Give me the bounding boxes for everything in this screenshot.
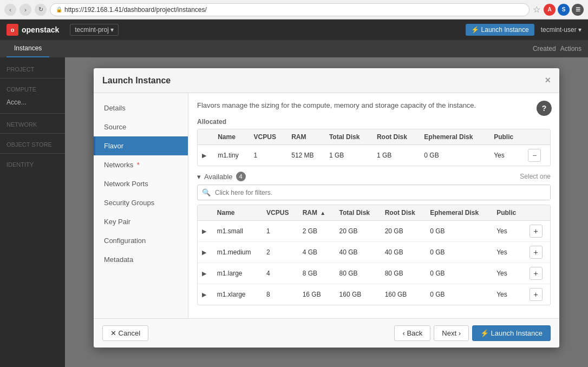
help-icon[interactable]: ? bbox=[537, 101, 552, 116]
launch-instance-button[interactable]: ⚡ Launch Instance bbox=[472, 325, 551, 341]
sidebar-divider-2 bbox=[0, 113, 65, 114]
allocated-row-vcpus: 1 bbox=[250, 145, 288, 166]
allocated-row-public: Yes bbox=[489, 145, 524, 166]
os-subnav: Instances Created Actions bbox=[0, 40, 588, 57]
flavor-description: Flavors manage the sizing for the comput… bbox=[197, 101, 551, 110]
avail-vcpus-m1xlarge: 8 bbox=[262, 284, 298, 305]
col-header-total-disk: Total Disk bbox=[325, 129, 373, 145]
allocated-row-ephemeral: 0 GB bbox=[420, 145, 489, 166]
col-header-action bbox=[524, 129, 550, 145]
wizard-nav: Details Source Flavor Networks * Network… bbox=[94, 93, 188, 318]
avail-total-m1medium: 40 GB bbox=[335, 242, 381, 263]
avail-col-action bbox=[525, 205, 550, 221]
footer-right: ‹ Back Next › ⚡ Launch Instance bbox=[394, 325, 551, 341]
avail-vcpus-m1medium: 2 bbox=[262, 242, 298, 263]
avail-total-m1xlarge: 160 GB bbox=[335, 284, 381, 305]
skype-icon[interactable]: S bbox=[558, 4, 570, 16]
wizard-step-security-groups[interactable]: Security Groups bbox=[94, 193, 188, 212]
modal-body: Details Source Flavor Networks * Network… bbox=[94, 93, 559, 318]
allocated-row-ram: 512 MB bbox=[287, 145, 325, 166]
project-selector[interactable]: tecmint-proj ▾ bbox=[70, 24, 119, 36]
filter-container: 🔍 bbox=[197, 185, 551, 200]
modal-title: Launch Instance bbox=[102, 76, 171, 86]
expand-row-m1tiny[interactable]: ▶ bbox=[202, 152, 206, 159]
main-layout: Project Compute Acce... Network Object S… bbox=[0, 57, 588, 367]
os-logo-icon: o bbox=[6, 24, 18, 36]
user-menu[interactable]: tecmint-user ▾ bbox=[541, 26, 582, 34]
avail-ram-m1medium: 4 GB bbox=[298, 242, 335, 263]
nav-launch-instance-button[interactable]: ⚡ Launch Instance bbox=[466, 24, 534, 36]
avail-public-m1large: Yes bbox=[492, 263, 525, 284]
subnav-tab-instances[interactable]: Instances bbox=[6, 40, 49, 57]
avail-col-ram[interactable]: RAM ▲ bbox=[298, 205, 335, 221]
table-row: ▶ m1.xlarge 8 16 GB 160 GB 160 GB 0 GB Y… bbox=[198, 284, 550, 305]
select-one-label: Select one bbox=[520, 173, 551, 180]
ram-sort-icon: ▲ bbox=[320, 210, 325, 216]
content-area: Launch Instance × Details Source Flavor … bbox=[65, 57, 588, 367]
back-btn[interactable]: ‹ bbox=[4, 4, 16, 16]
expand-m1xlarge[interactable]: ▶ bbox=[202, 291, 206, 298]
expand-m1medium[interactable]: ▶ bbox=[202, 249, 206, 256]
wizard-step-network-ports[interactable]: Network Ports bbox=[94, 174, 188, 193]
next-button[interactable]: Next › bbox=[434, 325, 469, 341]
sidebar-item-acce[interactable]: Acce... bbox=[0, 95, 65, 110]
wizard-step-key-pair[interactable]: Key Pair bbox=[94, 212, 188, 231]
wizard-step-flavor[interactable]: Flavor bbox=[94, 136, 188, 155]
sidebar: Project Compute Acce... Network Object S… bbox=[0, 57, 65, 367]
wizard-step-details[interactable]: Details bbox=[94, 99, 188, 117]
add-m1small-button[interactable]: + bbox=[530, 225, 543, 238]
back-button[interactable]: ‹ Back bbox=[394, 325, 430, 341]
subnav-actions: Created Actions bbox=[533, 45, 582, 53]
bookmark-icon[interactable]: ☆ bbox=[533, 4, 540, 15]
avail-name-m1xlarge: m1.xlarge bbox=[213, 284, 262, 305]
wizard-step-source[interactable]: Source bbox=[94, 117, 188, 136]
add-m1large-button[interactable]: + bbox=[530, 267, 543, 280]
browser-extensions: A S ☰ bbox=[544, 4, 584, 16]
sidebar-section-identity: Identity bbox=[0, 157, 65, 170]
available-table-header: Name VCPUS RAM ▲ Total Disk Root Disk Ep… bbox=[198, 205, 550, 221]
os-logo: o openstack bbox=[6, 24, 59, 36]
available-text: Available bbox=[204, 173, 233, 181]
avail-col-expand bbox=[198, 205, 213, 221]
avail-ram-m1small: 2 GB bbox=[298, 221, 335, 242]
browser-bar: ‹ › ↻ 🔒 https://192.168.1.41/dashboard/p… bbox=[0, 0, 588, 19]
allocated-table-header: Name VCPUS RAM Total Disk Root Disk Ephe… bbox=[198, 129, 550, 145]
wizard-step-configuration[interactable]: Configuration bbox=[94, 231, 188, 250]
col-header-ram: RAM bbox=[287, 129, 325, 145]
forward-btn[interactable]: › bbox=[19, 4, 31, 16]
avail-col-public: Public bbox=[492, 205, 525, 221]
avail-ephemeral-m1xlarge: 0 GB bbox=[426, 284, 492, 305]
modal-close-button[interactable]: × bbox=[545, 75, 551, 86]
avail-public-m1medium: Yes bbox=[492, 242, 525, 263]
avail-col-root-disk: Root Disk bbox=[381, 205, 426, 221]
adblock-icon[interactable]: A bbox=[544, 4, 556, 16]
sidebar-section-project: Project bbox=[0, 62, 65, 75]
modal-backdrop: Launch Instance × Details Source Flavor … bbox=[65, 57, 588, 367]
user-menu-label: tecmint-user ▾ bbox=[541, 26, 582, 34]
expand-m1small[interactable]: ▶ bbox=[202, 228, 206, 235]
add-m1xlarge-button[interactable]: + bbox=[530, 288, 543, 301]
avail-name-m1small: m1.small bbox=[213, 221, 262, 242]
menu-icon[interactable]: ☰ bbox=[572, 4, 584, 16]
wizard-step-metadata[interactable]: Metadata bbox=[94, 250, 188, 269]
avail-total-m1small: 20 GB bbox=[335, 221, 381, 242]
cancel-button[interactable]: ✕ Cancel bbox=[102, 325, 148, 341]
add-m1medium-button[interactable]: + bbox=[530, 246, 543, 259]
avail-root-m1large: 80 GB bbox=[381, 263, 426, 284]
expand-m1large[interactable]: ▶ bbox=[202, 270, 206, 277]
avail-name-m1medium: m1.medium bbox=[213, 242, 262, 263]
remove-m1tiny-button[interactable]: − bbox=[528, 149, 541, 162]
available-table-container: Name VCPUS RAM ▲ Total Disk Root Disk Ep… bbox=[197, 205, 551, 305]
table-row: ▶ m1.large 4 8 GB 80 GB 80 GB 0 GB Yes + bbox=[198, 263, 550, 284]
launch-instance-modal: Launch Instance × Details Source Flavor … bbox=[94, 68, 559, 348]
sidebar-divider-1 bbox=[0, 78, 65, 78]
reload-btn[interactable]: ↻ bbox=[35, 4, 47, 16]
url-bar[interactable]: 🔒 https://192.168.1.41/dashboard/project… bbox=[50, 3, 530, 16]
allocated-table-container: Name VCPUS RAM Total Disk Root Disk Ephe… bbox=[197, 129, 551, 166]
available-table: Name VCPUS RAM ▲ Total Disk Root Disk Ep… bbox=[198, 205, 550, 305]
project-selector-label: tecmint-proj ▾ bbox=[75, 26, 114, 34]
wizard-step-networks[interactable]: Networks * bbox=[94, 155, 188, 174]
avail-name-m1large: m1.large bbox=[213, 263, 262, 284]
filter-input[interactable] bbox=[215, 186, 550, 200]
available-label[interactable]: ▾ Available 4 bbox=[197, 172, 246, 181]
